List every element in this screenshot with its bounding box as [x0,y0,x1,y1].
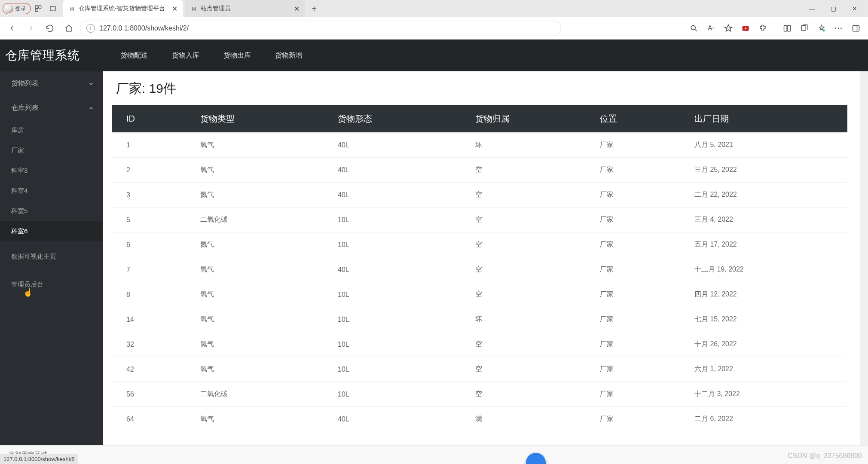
svg-point-4 [691,25,695,30]
nav-new[interactable]: 货物新增 [275,51,303,60]
cell-type: 氮气 [189,332,327,357]
sidebar-item-keshi3[interactable]: 科室3 [0,161,103,181]
svg-rect-10 [853,25,859,31]
cell-loc: 厂家 [589,232,683,257]
table-row[interactable]: 7氧气40L空厂家十二月 19, 2022 [112,257,847,282]
table-row[interactable]: 64氧气40L满厂家二月 6, 2022 [112,407,847,432]
document-icon: 🗎 [69,5,75,12]
tab-title: 站点管理员 [201,5,231,12]
cell-date: 二月 22, 2022 [683,183,847,208]
zoom-icon[interactable] [686,21,702,36]
table-row[interactable]: 6氮气10L空厂家五月 17, 2022 [112,232,847,257]
url-box[interactable]: i 127.0.0.1:8000/show/keshi/2/ [80,21,561,36]
cell-id: 8 [112,282,189,307]
read-aloud-icon[interactable]: A» [703,21,719,36]
table-row[interactable]: 2氧气40L空厂家三月 25, 2022 [112,158,847,183]
sidebar-item-keshi6[interactable]: 科室6 [0,221,103,241]
cell-date: 三月 4, 2022 [683,208,847,232]
cell-own: 空 [464,257,589,282]
cell-date: 十二月 3, 2022 [683,382,847,407]
cell-date: 八月 5, 2021 [683,133,847,158]
workspaces-icon[interactable] [31,1,46,16]
site-info-icon[interactable]: i [86,24,95,33]
close-tab-icon[interactable]: ✕ [170,4,179,13]
cell-id: 1 [112,133,189,158]
page-title: 厂家: 19件 [116,80,847,98]
page-footer: 底部固定区域 [0,445,868,464]
top-nav: 仓库管理系统 货物配送 货物入库 货物出库 货物新增 [0,40,868,71]
cell-date: 五月 17, 2022 [683,232,847,257]
sidebar-item-keshi4[interactable]: 科室4 [0,181,103,201]
nav-outbound[interactable]: 货物出库 [223,51,251,60]
forward-button[interactable] [23,21,39,36]
profile-chip[interactable]: 登录 [3,3,31,14]
tabs-row: 🗎 仓库管理系统-智慧货物管理平台 ✕ 🗎 站点管理员 ✕ + [63,0,801,17]
performance-icon[interactable] [814,21,829,36]
tab-active[interactable]: 🗎 仓库管理系统-智慧货物管理平台 ✕ [63,0,183,17]
maximize-button[interactable]: ▢ [822,1,844,16]
cell-form: 40L [327,257,464,282]
cell-type: 氧气 [189,357,327,382]
back-button[interactable] [4,21,20,36]
cell-date: 六月 1, 2022 [683,357,847,382]
split-screen-icon[interactable] [779,21,795,36]
pointer-cursor-icon: ☝ [23,288,33,297]
cell-own: 空 [464,232,589,257]
favorite-icon[interactable] [721,21,736,36]
svg-rect-0 [35,6,38,8]
sidebar-item-storeroom[interactable]: 库房 [0,120,103,140]
reload-button[interactable] [42,21,58,36]
nav-inbound[interactable]: 货物入库 [172,51,199,60]
cell-own: 空 [464,332,589,357]
table-row[interactable]: 14氧气10L坏厂家七月 15, 2022 [112,307,847,332]
col-loc: 位置 [589,105,683,133]
table-row[interactable]: 56二氧化碳10L空厂家十二月 3, 2022 [112,382,847,407]
cell-form: 10L [327,232,464,257]
cell-type: 氧气 [189,282,327,307]
sidebar-item-keshi5[interactable]: 科室5 [0,201,103,221]
table-row[interactable]: 32氮气10L空厂家十月 26, 2022 [112,332,847,357]
sidebar-link-admin[interactable]: 管理员后台 [0,275,103,295]
tab-inactive[interactable]: 🗎 站点管理员 ✕ [185,0,305,17]
new-tab-button[interactable]: + [307,1,321,16]
cell-loc: 厂家 [589,183,683,208]
table-row[interactable]: 42氧气10L空厂家六月 1, 2022 [112,357,847,382]
close-window-button[interactable]: ✕ [844,1,865,16]
cell-type: 氧气 [189,307,327,332]
sidebar-group-warehouse[interactable]: 仓库列表 [0,96,103,120]
col-form: 货物形态 [327,105,464,133]
brand-title: 仓库管理系统 [5,47,103,64]
svg-rect-3 [50,6,55,11]
cell-form: 10L [327,332,464,357]
avatar [5,4,13,13]
more-icon[interactable]: ··· [831,21,847,36]
video-ext-icon[interactable] [738,21,753,36]
table-row[interactable]: 5二氧化碳10L空厂家三月 4, 2022 [112,208,847,232]
cell-date: 三月 25, 2022 [683,158,847,183]
cell-form: 10L [327,382,464,407]
table-row[interactable]: 1氧气40L坏厂家八月 5, 2021 [112,133,847,158]
nav-delivery[interactable]: 货物配送 [120,51,148,60]
close-tab-icon[interactable]: ✕ [292,4,301,13]
cell-loc: 厂家 [589,282,683,307]
home-button[interactable] [61,21,76,36]
scrollbar[interactable] [860,71,868,445]
sidebar-toggle-icon[interactable] [848,21,864,36]
minimize-button[interactable]: — [801,1,822,16]
col-date: 出厂日期 [683,105,847,133]
table-row[interactable]: 3氮气40L空厂家二月 22, 2022 [112,183,847,208]
extensions-icon[interactable] [755,21,770,36]
floating-action-icon[interactable] [526,453,546,464]
collections-icon[interactable] [797,21,812,36]
tab-overview-icon[interactable] [46,1,60,16]
goods-table: ID 货物类型 货物形态 货物归属 位置 出厂日期 1氧气40L坏厂家八月 5,… [112,105,847,431]
sidebar-item-factory[interactable]: 厂家 [0,140,103,161]
svg-rect-7 [788,25,791,31]
sidebar-link-viz[interactable]: 数据可视化主页 [0,247,103,267]
cell-date: 四月 12, 2022 [683,282,847,307]
sidebar-group-goods[interactable]: 货物列表 [0,71,103,96]
tab-title: 仓库管理系统-智慧货物管理平台 [79,5,165,12]
cell-loc: 厂家 [589,382,683,407]
cell-loc: 厂家 [589,133,683,158]
table-row[interactable]: 8氧气10L空厂家四月 12, 2022 [112,282,847,307]
